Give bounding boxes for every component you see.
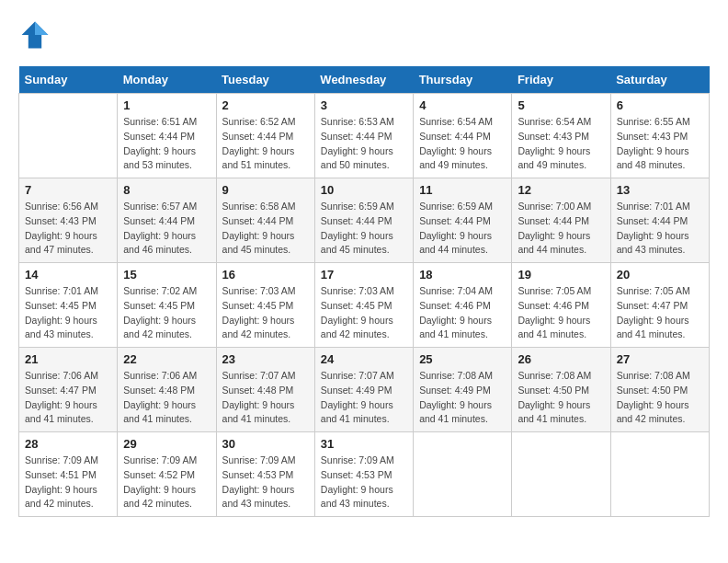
calendar-cell: 27Sunrise: 7:08 AM Sunset: 4:50 PM Dayli… (610, 348, 709, 432)
day-info: Sunrise: 7:06 AM Sunset: 4:48 PM Dayligh… (123, 369, 210, 427)
day-number: 19 (518, 268, 604, 282)
day-number: 21 (25, 352, 111, 366)
day-number: 15 (123, 268, 210, 282)
day-number: 10 (321, 183, 407, 197)
day-number: 30 (222, 437, 309, 451)
weekday-header: Thursday (414, 66, 512, 94)
weekday-header: Wednesday (314, 66, 413, 94)
calendar-cell: 25Sunrise: 7:08 AM Sunset: 4:49 PM Dayli… (414, 348, 512, 432)
day-info: Sunrise: 7:06 AM Sunset: 4:47 PM Dayligh… (25, 369, 111, 427)
calendar-cell: 11Sunrise: 6:59 AM Sunset: 4:44 PM Dayli… (414, 178, 512, 263)
weekday-header: Monday (118, 66, 216, 94)
calendar-cell: 18Sunrise: 7:04 AM Sunset: 4:46 PM Dayli… (414, 263, 512, 348)
day-number: 11 (419, 183, 506, 197)
day-info: Sunrise: 7:02 AM Sunset: 4:45 PM Dayligh… (123, 284, 210, 342)
day-info: Sunrise: 7:09 AM Sunset: 4:53 PM Dayligh… (321, 454, 407, 511)
page-header (18, 18, 710, 52)
day-info: Sunrise: 6:54 AM Sunset: 4:43 PM Dayligh… (518, 115, 604, 173)
day-info: Sunrise: 7:01 AM Sunset: 4:45 PM Dayligh… (25, 284, 111, 342)
calendar-cell: 14Sunrise: 7:01 AM Sunset: 4:45 PM Dayli… (19, 263, 118, 348)
calendar-cell: 7Sunrise: 6:56 AM Sunset: 4:43 PM Daylig… (19, 178, 118, 263)
day-number: 24 (321, 352, 407, 366)
day-info: Sunrise: 7:09 AM Sunset: 4:52 PM Dayligh… (123, 454, 210, 511)
calendar-header: SundayMondayTuesdayWednesdayThursdayFrid… (19, 66, 710, 94)
day-number: 27 (617, 352, 703, 366)
day-info: Sunrise: 7:03 AM Sunset: 4:45 PM Dayligh… (222, 284, 309, 342)
calendar-cell (610, 432, 709, 517)
day-number: 3 (321, 98, 407, 112)
day-number: 9 (222, 183, 309, 197)
day-info: Sunrise: 7:07 AM Sunset: 4:48 PM Dayligh… (222, 369, 309, 427)
calendar-cell: 30Sunrise: 7:09 AM Sunset: 4:53 PM Dayli… (216, 432, 314, 517)
day-info: Sunrise: 7:08 AM Sunset: 4:50 PM Dayligh… (518, 369, 604, 427)
calendar-cell: 26Sunrise: 7:08 AM Sunset: 4:50 PM Dayli… (512, 348, 610, 432)
calendar-cell: 24Sunrise: 7:07 AM Sunset: 4:49 PM Dayli… (314, 348, 413, 432)
calendar-cell: 2Sunrise: 6:52 AM Sunset: 4:44 PM Daylig… (216, 94, 314, 178)
calendar-cell: 17Sunrise: 7:03 AM Sunset: 4:45 PM Dayli… (314, 263, 413, 348)
calendar-cell: 4Sunrise: 6:54 AM Sunset: 4:44 PM Daylig… (414, 94, 512, 178)
day-number: 6 (617, 98, 703, 112)
day-number: 29 (123, 437, 210, 451)
calendar-cell: 21Sunrise: 7:06 AM Sunset: 4:47 PM Dayli… (19, 348, 118, 432)
day-number: 13 (617, 183, 703, 197)
calendar-cell: 9Sunrise: 6:58 AM Sunset: 4:44 PM Daylig… (216, 178, 314, 263)
logo-icon (18, 18, 51, 52)
calendar-cell: 22Sunrise: 7:06 AM Sunset: 4:48 PM Dayli… (118, 348, 216, 432)
calendar-week-row: 1Sunrise: 6:51 AM Sunset: 4:44 PM Daylig… (19, 94, 710, 178)
day-number: 28 (25, 437, 111, 451)
weekday-header: Tuesday (216, 66, 314, 94)
day-info: Sunrise: 6:58 AM Sunset: 4:44 PM Dayligh… (222, 200, 309, 258)
calendar-week-row: 7Sunrise: 6:56 AM Sunset: 4:43 PM Daylig… (19, 178, 710, 263)
day-number: 22 (123, 352, 210, 366)
day-number: 14 (25, 268, 111, 282)
day-number: 12 (518, 183, 604, 197)
header-row: SundayMondayTuesdayWednesdayThursdayFrid… (19, 66, 710, 94)
day-info: Sunrise: 7:01 AM Sunset: 4:44 PM Dayligh… (617, 200, 703, 258)
day-number: 25 (419, 352, 506, 366)
day-number: 20 (617, 268, 703, 282)
calendar-cell: 16Sunrise: 7:03 AM Sunset: 4:45 PM Dayli… (216, 263, 314, 348)
day-info: Sunrise: 7:08 AM Sunset: 4:49 PM Dayligh… (419, 369, 506, 427)
calendar-cell: 10Sunrise: 6:59 AM Sunset: 4:44 PM Dayli… (314, 178, 413, 263)
day-info: Sunrise: 7:09 AM Sunset: 4:53 PM Dayligh… (222, 454, 309, 511)
day-info: Sunrise: 6:56 AM Sunset: 4:43 PM Dayligh… (25, 200, 111, 258)
day-number: 23 (222, 352, 309, 366)
calendar-cell: 31Sunrise: 7:09 AM Sunset: 4:53 PM Dayli… (314, 432, 413, 517)
day-info: Sunrise: 6:52 AM Sunset: 4:44 PM Dayligh… (222, 115, 309, 173)
day-info: Sunrise: 7:09 AM Sunset: 4:51 PM Dayligh… (25, 454, 111, 511)
calendar-week-row: 14Sunrise: 7:01 AM Sunset: 4:45 PM Dayli… (19, 263, 710, 348)
day-number: 31 (321, 437, 407, 451)
calendar-week-row: 28Sunrise: 7:09 AM Sunset: 4:51 PM Dayli… (19, 432, 710, 517)
calendar-cell: 1Sunrise: 6:51 AM Sunset: 4:44 PM Daylig… (118, 94, 216, 178)
day-number: 26 (518, 352, 604, 366)
day-number: 5 (518, 98, 604, 112)
calendar-cell: 23Sunrise: 7:07 AM Sunset: 4:48 PM Dayli… (216, 348, 314, 432)
calendar-cell (512, 432, 610, 517)
weekday-header: Sunday (19, 66, 118, 94)
day-info: Sunrise: 6:53 AM Sunset: 4:44 PM Dayligh… (321, 115, 407, 173)
calendar-cell: 15Sunrise: 7:02 AM Sunset: 4:45 PM Dayli… (118, 263, 216, 348)
calendar-cell (414, 432, 512, 517)
calendar-cell: 28Sunrise: 7:09 AM Sunset: 4:51 PM Dayli… (19, 432, 118, 517)
calendar-cell: 13Sunrise: 7:01 AM Sunset: 4:44 PM Dayli… (610, 178, 709, 263)
day-number: 18 (419, 268, 506, 282)
day-info: Sunrise: 7:07 AM Sunset: 4:49 PM Dayligh… (321, 369, 407, 427)
day-info: Sunrise: 6:55 AM Sunset: 4:43 PM Dayligh… (617, 115, 703, 173)
weekday-header: Friday (512, 66, 610, 94)
day-number: 2 (222, 98, 309, 112)
day-number: 16 (222, 268, 309, 282)
calendar-cell: 8Sunrise: 6:57 AM Sunset: 4:44 PM Daylig… (118, 178, 216, 263)
day-number: 7 (25, 183, 111, 197)
day-info: Sunrise: 6:59 AM Sunset: 4:44 PM Dayligh… (419, 200, 506, 258)
weekday-header: Saturday (610, 66, 709, 94)
day-number: 8 (123, 183, 210, 197)
calendar-cell: 20Sunrise: 7:05 AM Sunset: 4:47 PM Dayli… (610, 263, 709, 348)
calendar-body: 1Sunrise: 6:51 AM Sunset: 4:44 PM Daylig… (19, 94, 710, 517)
calendar-cell (19, 94, 118, 178)
calendar-cell: 19Sunrise: 7:05 AM Sunset: 4:46 PM Dayli… (512, 263, 610, 348)
day-info: Sunrise: 7:08 AM Sunset: 4:50 PM Dayligh… (617, 369, 703, 427)
day-info: Sunrise: 6:51 AM Sunset: 4:44 PM Dayligh… (123, 115, 210, 173)
day-info: Sunrise: 7:05 AM Sunset: 4:47 PM Dayligh… (617, 284, 703, 342)
calendar-table: SundayMondayTuesdayWednesdayThursdayFrid… (18, 66, 710, 517)
day-info: Sunrise: 7:05 AM Sunset: 4:46 PM Dayligh… (518, 284, 604, 342)
